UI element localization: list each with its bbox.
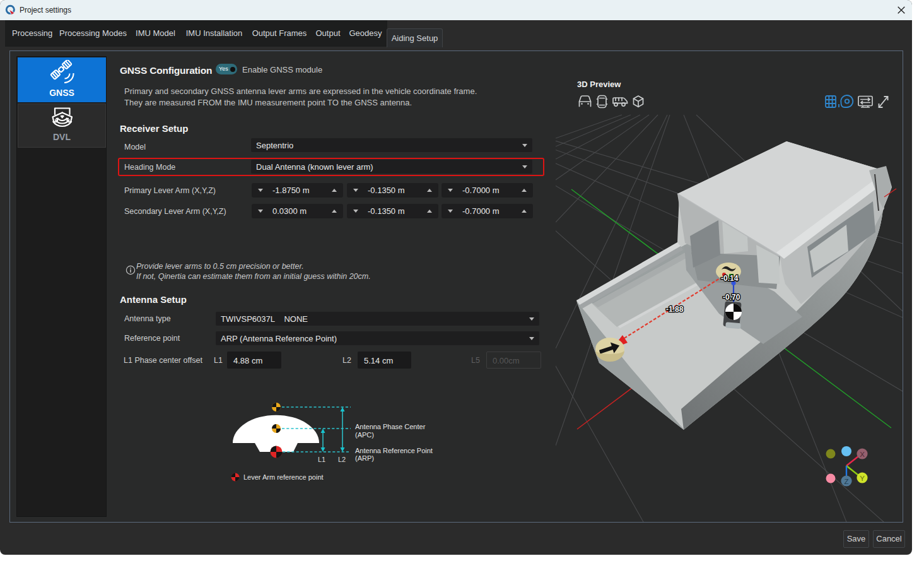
svg-text:(ARP): (ARP) [355, 454, 374, 462]
svg-text:-0.70: -0.70 [723, 293, 740, 302]
svg-text:-1.88: -1.88 [666, 305, 684, 314]
svg-text:L1: L1 [318, 456, 325, 463]
svg-text:X: X [860, 451, 865, 458]
svg-text:Z: Z [844, 478, 848, 485]
svg-text:-0.14: -0.14 [721, 274, 739, 283]
svg-text:Antenna Phase Center: Antenna Phase Center [355, 423, 426, 430]
svg-text:L2: L2 [338, 456, 346, 463]
svg-text:Antenna Reference Point: Antenna Reference Point [355, 447, 433, 454]
svg-text:(APC): (APC) [355, 431, 374, 439]
svg-text:Lever Arm reference point: Lever Arm reference point [243, 473, 324, 481]
svg-text:Y: Y [860, 475, 865, 482]
